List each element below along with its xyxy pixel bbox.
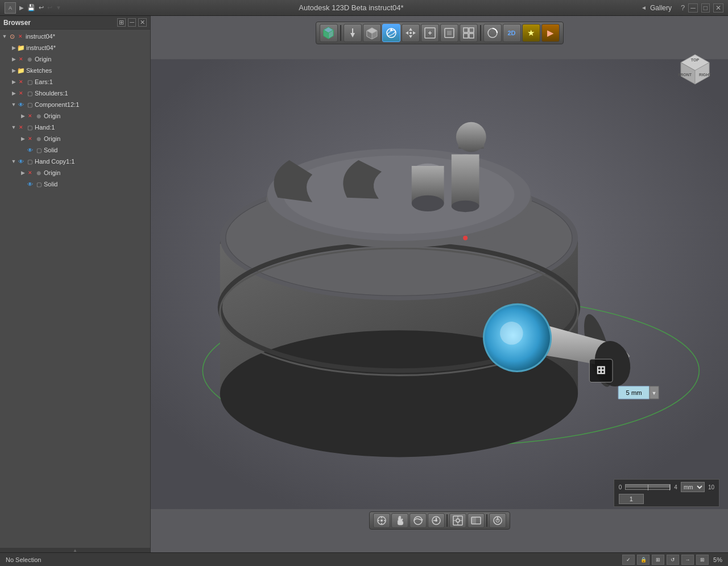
arrow-instruct04: ▼	[1, 34, 8, 39]
close-button[interactable]: ✕	[713, 3, 723, 13]
svg-rect-23	[469, 28, 474, 32]
svg-text:⊞: ⊞	[596, 364, 606, 376]
label-solid2: Solid	[44, 181, 57, 188]
toolbar-orbit-button[interactable]	[382, 24, 400, 42]
tree-item-origin4[interactable]: ▶ ✕ ⊕ Origin	[18, 167, 150, 178]
main-toolbar: 2D ★ ▶	[316, 22, 564, 44]
icon-red-shoulders1: ✕	[17, 89, 25, 97]
tree-item-hand-copy1[interactable]: ▼ 👁 ▢ Hand Copy1:1	[9, 156, 150, 167]
ruler-label-4: 4	[674, 484, 677, 490]
status-refresh-button[interactable]: ↺	[667, 555, 679, 565]
svg-rect-22	[464, 28, 468, 32]
svg-point-53	[456, 122, 486, 152]
zoom-icon	[424, 27, 436, 39]
status-text: No Selection	[6, 556, 41, 563]
ruler-unit-select[interactable]: mm cm in	[681, 482, 705, 492]
toolbar-icon-save[interactable]: 💾	[27, 4, 35, 11]
zoom-percent: 5%	[713, 556, 722, 563]
status-grid-button[interactable]: ⊞	[652, 555, 664, 565]
toolbar-pan-button[interactable]	[402, 24, 420, 42]
viewcube[interactable]: TOP FRONT RIGHT	[674, 50, 717, 93]
label-solid1: Solid	[44, 147, 57, 153]
btoolbar-pan-button[interactable]	[391, 513, 408, 528]
tree-item-shoulders1[interactable]: ▶ ✕ ▢ Shoulders:1	[9, 88, 150, 99]
tree-item-solid2[interactable]: 👁 ▢ Solid	[18, 178, 150, 190]
redo-icon[interactable]: ↩	[47, 4, 52, 11]
icon-comp-hand1: ▢	[26, 123, 34, 131]
label-ears1: Ears:1	[35, 78, 53, 85]
label-origin3: Origin	[44, 135, 60, 142]
maximize-button[interactable]: □	[701, 3, 710, 13]
viewport[interactable]: 2D ★ ▶ TOP FRONT	[151, 16, 728, 552]
status-arrow-button[interactable]: →	[681, 555, 694, 565]
help-icon[interactable]: ?	[681, 3, 685, 12]
btoolbar-orbit-button[interactable]	[410, 513, 427, 528]
toolbar-extrude-button[interactable]	[344, 24, 362, 42]
tree-item-ears1[interactable]: ▶ ✕ ▢ Ears:1	[9, 76, 150, 88]
btoolbar-measure-button[interactable]	[489, 513, 506, 528]
gallery-button[interactable]: Gallery	[650, 4, 672, 12]
toolbar-more-button[interactable]: ▶	[541, 24, 560, 42]
label-hand1: Hand:1	[35, 124, 55, 131]
toolbar-solid-button[interactable]	[363, 24, 381, 42]
tree-item-solid1[interactable]: 👁 ▢ Solid	[18, 144, 150, 156]
toolbar-sep1	[340, 25, 341, 41]
btoolbar-look-button[interactable]	[428, 513, 445, 528]
dropdown-arrow-icon[interactable]: ▼	[56, 5, 61, 11]
toolbar-star-button[interactable]: ★	[522, 24, 540, 42]
icon-eye-solid2: 👁	[26, 180, 34, 188]
btoolbar-plane-button[interactable]	[468, 513, 485, 528]
undo-icon[interactable]: ↩	[39, 4, 44, 11]
icon-component-instruct04: ⊙	[8, 32, 16, 40]
pan-icon	[404, 27, 417, 39]
icon-red-origin1: ✕	[17, 55, 25, 63]
icon-comp-hand-copy1: ▢	[26, 157, 34, 165]
browser-ctrl-min[interactable]: ─	[128, 18, 136, 27]
icon-origin2: ⊕	[35, 112, 43, 120]
tree-item-named-views[interactable]: ▶ 📁 instruct04*	[9, 42, 150, 53]
toolbar-grid-button[interactable]	[460, 24, 478, 42]
tree-item-origin3[interactable]: ▶ ✕ ⊕ Origin	[18, 133, 150, 144]
browser-ctrl-tile[interactable]: ⊞	[117, 18, 126, 27]
toolbar-zoom-button[interactable]	[421, 24, 439, 42]
svg-text:FRONT: FRONT	[678, 73, 692, 77]
icon-comp-component12: ▢	[26, 101, 34, 109]
browser-resize-handle[interactable]: ▲	[0, 548, 150, 552]
arrow-hand-copy1: ▼	[10, 159, 17, 164]
title-bar: A ▶ 💾 ↩ ↩ ▼ Autodesk 123D Beta instruct0…	[0, 0, 728, 16]
svg-point-67	[380, 519, 383, 522]
svg-marker-13	[409, 35, 412, 38]
ruler-value-input[interactable]	[619, 494, 644, 504]
icon-red-hand1: ✕	[17, 123, 25, 131]
label-origin2: Origin	[44, 113, 60, 119]
minimize-button[interactable]: ─	[688, 3, 698, 13]
tree-item-origin1[interactable]: ▶ ✕ ⊕ Origin	[9, 53, 150, 65]
tree-item-component12[interactable]: ▼ 👁 ▢ Component12:1	[9, 99, 150, 110]
display-icon	[486, 27, 499, 39]
tree-item-origin2[interactable]: ▶ ✕ ⊕ Origin	[18, 110, 150, 122]
arrow-origin4: ▶	[19, 170, 26, 176]
tree-item-hand1[interactable]: ▼ ✕ ▢ Hand:1	[9, 122, 150, 133]
toolbar-home-button[interactable]	[320, 24, 338, 42]
solid-icon	[366, 27, 378, 39]
ruler-label-0: 0	[619, 484, 622, 490]
browser-title: Browser	[3, 19, 31, 27]
browser-ctrl-close[interactable]: ✕	[138, 18, 147, 27]
tree-item-instruct04[interactable]: ▼ ⊙ ✕ instruct04*	[0, 31, 150, 42]
svg-marker-12	[409, 28, 412, 31]
toolbar-front-button[interactable]	[440, 24, 458, 42]
toolbar-2d-button[interactable]: 2D	[503, 24, 521, 42]
tree-item-sketches[interactable]: ▶ 📁 Sketches	[9, 65, 150, 76]
status-more-button[interactable]: ⊞	[696, 555, 709, 565]
main-area: Browser ⊞ ─ ✕ ▼ ⊙ ✕ instruct04* ▶	[0, 16, 728, 552]
status-check-button[interactable]: ✓	[622, 555, 635, 565]
svg-rect-21	[447, 31, 452, 35]
toolbar-sep2	[480, 25, 481, 41]
btoolbar-snap-button[interactable]	[449, 513, 466, 528]
arrow-sketches: ▶	[10, 68, 17, 73]
status-right: ✓ 🔒 ⊞ ↺ → ⊞ 5%	[622, 555, 722, 565]
toolbar-display-button[interactable]	[483, 24, 502, 42]
arrow-ears1: ▶	[10, 79, 17, 85]
btoolbar-compass-button[interactable]	[373, 513, 390, 528]
status-lock-button[interactable]: 🔒	[637, 555, 650, 565]
